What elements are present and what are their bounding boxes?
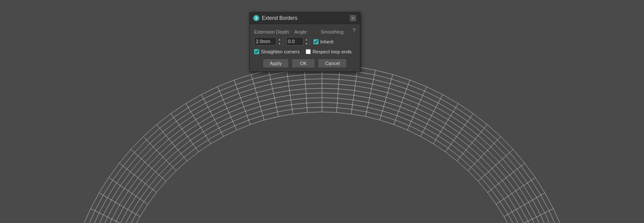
smoothing-label: Smoothing: — [321, 29, 345, 34]
straighten-corners-label[interactable]: Straighten corners — [261, 49, 300, 54]
respect-loop-ends-label[interactable]: Respect loop ends — [313, 49, 352, 54]
dialog-title: Extend Borders — [262, 15, 297, 21]
svg-line-4 — [91, 209, 133, 223]
angle-down[interactable]: ▼ — [304, 41, 310, 46]
extension-depth-label: Extension Depth: — [254, 29, 290, 34]
inherit-label[interactable]: Inherit — [320, 39, 334, 44]
dialog-titlebar: 3 Extend Borders × — [250, 12, 360, 24]
svg-line-36 — [511, 209, 553, 223]
dialog-title-left: 3 Extend Borders — [253, 15, 297, 21]
extension-depth-down[interactable]: ▼ — [276, 41, 282, 46]
ok-button[interactable]: OK — [291, 59, 315, 68]
dialog-body: Extension Depth: Angle: Smoothing: ? ▲ ▼ — [250, 24, 360, 71]
cancel-button[interactable]: Cancel — [318, 59, 347, 68]
angle-spinbox[interactable]: ▲ ▼ — [286, 37, 310, 46]
extension-depth-input[interactable] — [255, 39, 276, 44]
straighten-corners-checkbox[interactable] — [254, 49, 259, 54]
close-button[interactable]: × — [350, 15, 356, 22]
angle-input[interactable] — [287, 39, 303, 44]
help-button[interactable]: ? — [353, 28, 356, 34]
buttons-row: Apply OK Cancel — [254, 59, 356, 68]
dialog-app-icon: 3 — [253, 15, 259, 21]
angle-label: Angle: — [294, 29, 308, 34]
apply-button[interactable]: Apply — [263, 59, 289, 68]
checkboxes-row: Straighten corners Respect loop ends — [254, 49, 356, 54]
inherit-row: Inherit — [313, 39, 334, 44]
respect-loop-ends-item: Respect loop ends — [306, 49, 352, 54]
extension-depth-arrows: ▲ ▼ — [276, 37, 282, 46]
extension-depth-up[interactable]: ▲ — [276, 37, 282, 41]
inherit-checkbox[interactable] — [313, 39, 319, 44]
extend-borders-dialog: 3 Extend Borders × Extension Depth: Angl… — [249, 12, 360, 72]
angle-arrows: ▲ ▼ — [303, 37, 310, 46]
respect-loop-ends-checkbox[interactable] — [306, 49, 311, 54]
extension-depth-spinbox[interactable]: ▲ ▼ — [254, 37, 283, 46]
straighten-corners-item: Straighten corners — [254, 49, 300, 54]
angle-up[interactable]: ▲ — [304, 37, 310, 41]
